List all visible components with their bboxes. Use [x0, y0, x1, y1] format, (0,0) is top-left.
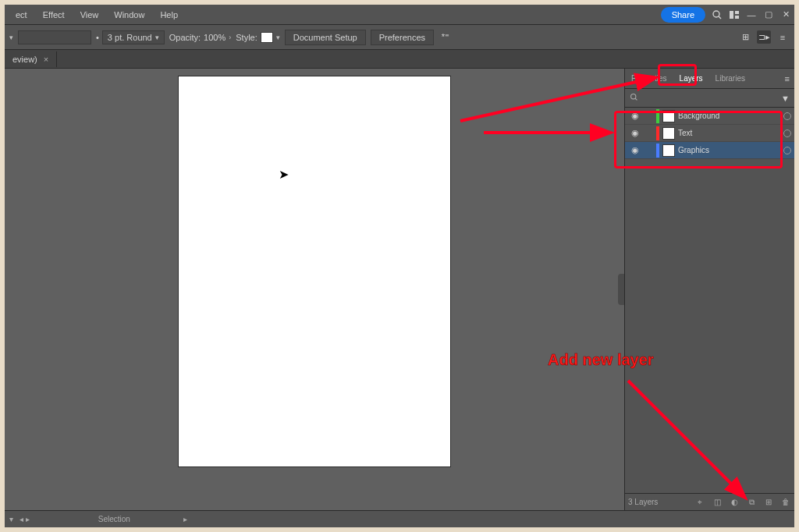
minimize-icon[interactable]: — — [746, 9, 757, 20]
layer-row[interactable]: ◉ Background — [625, 108, 794, 125]
layer-color-strip — [656, 144, 659, 158]
visibility-eye-icon[interactable]: ◉ — [628, 128, 642, 138]
align-icon[interactable]: *⁼ — [439, 32, 453, 42]
snap-icon[interactable]: ⊐▸ — [757, 30, 771, 44]
artboard[interactable]: ➤ — [179, 76, 450, 466]
fill-stroke-swatch[interactable] — [18, 30, 91, 44]
restore-icon[interactable]: ▢ — [763, 9, 774, 20]
document-tab[interactable]: eview) × — [5, 51, 57, 67]
artboard-nav-icon[interactable]: ◂ ▸ — [20, 515, 30, 523]
style-swatch[interactable] — [261, 32, 273, 43]
new-layer-icon[interactable]: ⊞ — [763, 498, 774, 506]
mask-icon[interactable]: ◐ — [729, 498, 740, 506]
opacity-value[interactable]: 100% — [204, 33, 225, 42]
search-icon[interactable] — [712, 9, 723, 20]
svg-line-1 — [719, 16, 721, 19]
locate-layer-icon[interactable]: ⌖ — [694, 498, 705, 507]
menu-view[interactable]: View — [73, 7, 107, 23]
visibility-eye-icon[interactable]: ◉ — [628, 145, 642, 155]
stroke-bullet-icon: • — [96, 33, 99, 42]
menu-ect[interactable]: ect — [8, 7, 35, 23]
svg-rect-3 — [735, 11, 739, 14]
svg-point-5 — [631, 94, 636, 99]
cursor-icon: ➤ — [279, 167, 289, 182]
status-bar: ▾ ◂ ▸ Selection ▸ — [5, 510, 794, 527]
layer-color-strip — [656, 109, 659, 123]
stroke-preset-dropdown[interactable]: 3 pt. Round ▾ — [102, 30, 165, 44]
layer-thumb — [662, 127, 675, 140]
panel-menu-icon[interactable]: ≡ — [780, 74, 794, 83]
svg-rect-2 — [730, 11, 733, 19]
svg-rect-4 — [735, 16, 739, 19]
layers-footer: 3 Layers ⌖ ◫ ◐ ⧉ ⊞ 🗑 — [625, 493, 794, 510]
target-icon[interactable] — [783, 112, 791, 120]
layers-list: ◉ Background ◉ Text ◉ — [625, 108, 794, 493]
grid-icon[interactable]: ⊞ — [738, 32, 752, 42]
chevron-down-icon: ▾ — [155, 34, 159, 41]
document-tab-strip: eview) × — [5, 50, 794, 69]
layer-color-strip — [656, 126, 659, 140]
current-tool: Selection — [98, 515, 130, 523]
canvas-area[interactable]: ➤ — [5, 69, 624, 510]
style-label: Style: — [236, 33, 257, 42]
delete-layer-icon[interactable]: 🗑 — [780, 498, 791, 506]
svg-line-6 — [635, 98, 637, 100]
layer-name[interactable]: Graphics — [678, 146, 780, 154]
filter-icon[interactable]: ▼ — [781, 94, 790, 103]
preferences-button[interactable]: Preferences — [371, 30, 434, 45]
layer-search-input[interactable] — [638, 92, 776, 104]
close-window-icon[interactable]: ✕ — [780, 9, 791, 20]
stroke-preset-value: 3 pt. Round — [108, 33, 152, 42]
layer-thumb — [662, 110, 675, 122]
search-icon — [630, 93, 638, 103]
layer-name[interactable]: Text — [678, 129, 780, 137]
menu-window[interactable]: Window — [106, 7, 152, 23]
chevron-down-icon[interactable]: ▾ — [9, 515, 13, 523]
layer-name[interactable]: Background — [678, 112, 780, 120]
target-icon[interactable] — [783, 147, 791, 154]
workspace-switcher-icon[interactable] — [729, 9, 740, 20]
collect-icon[interactable]: ◫ — [712, 498, 723, 506]
share-button[interactable]: Share — [661, 7, 705, 23]
menubar: ect Effect View Window Help Share — ▢ ✕ — [5, 5, 794, 25]
document-tab-name: eview) — [12, 55, 37, 64]
chevron-down-icon[interactable]: ▾ — [9, 34, 13, 41]
control-bar: ▾ • 3 pt. Round ▾ Opacity: 100% › Style:… — [5, 25, 794, 50]
opacity-label: Opacity: — [169, 33, 201, 42]
tab-layers[interactable]: Layers — [673, 70, 709, 87]
layer-thumb — [662, 144, 675, 157]
layer-row[interactable]: ◉ Graphics — [625, 142, 794, 159]
right-panel-dock: Properties Layers Libraries ≡ ▼ ◉ Backgr… — [624, 69, 794, 510]
visibility-eye-icon[interactable]: ◉ — [628, 111, 642, 121]
target-icon[interactable] — [783, 129, 791, 137]
layer-count: 3 Layers — [628, 498, 658, 506]
play-icon[interactable]: ▸ — [183, 515, 187, 523]
close-tab-icon[interactable]: × — [44, 55, 48, 64]
tab-libraries[interactable]: Libraries — [709, 70, 751, 87]
layer-row[interactable]: ◉ Text — [625, 125, 794, 142]
document-setup-button[interactable]: Document Setup — [285, 30, 366, 45]
tab-properties[interactable]: Properties — [625, 70, 673, 87]
list-icon[interactable]: ≡ — [776, 33, 790, 42]
chevron-down-icon[interactable]: ▾ — [276, 34, 280, 41]
menu-help[interactable]: Help — [152, 7, 186, 23]
chevron-right-icon[interactable]: › — [229, 34, 231, 41]
svg-point-0 — [713, 11, 719, 17]
new-sublayer-icon[interactable]: ⧉ — [746, 498, 757, 507]
menu-effect[interactable]: Effect — [35, 7, 73, 23]
